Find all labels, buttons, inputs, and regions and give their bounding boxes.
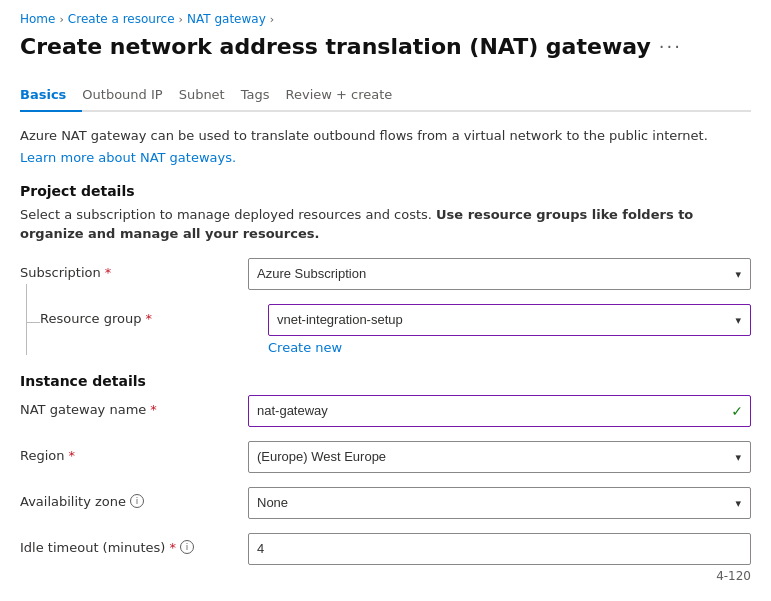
resource-group-input-col: vnet-integration-setup ▾ Create new <box>268 304 751 355</box>
region-row: Region * (Europe) West Europe ▾ <box>20 441 751 473</box>
region-label: Region * <box>20 441 240 463</box>
project-details-desc: Select a subscription to manage deployed… <box>20 205 751 244</box>
nat-gateway-name-row: NAT gateway name * ✓ <box>20 395 751 427</box>
subscription-label: Subscription * <box>20 258 240 280</box>
tab-basics[interactable]: Basics <box>20 79 82 112</box>
availability-zone-label: Availability zone i <box>20 487 240 509</box>
tab-review-create[interactable]: Review + create <box>286 79 409 112</box>
availability-zone-select[interactable]: None <box>248 487 751 519</box>
nat-gateway-name-input-col: ✓ <box>248 395 751 427</box>
idle-timeout-label: Idle timeout (minutes) * i <box>20 533 240 555</box>
breadcrumb-sep-1: › <box>59 13 63 26</box>
availability-zone-select-wrapper: None ▾ <box>248 487 751 519</box>
nat-gateway-name-label: NAT gateway name * <box>20 395 240 417</box>
region-select[interactable]: (Europe) West Europe <box>248 441 751 473</box>
idle-timeout-info-icon[interactable]: i <box>180 540 194 554</box>
description-text: Azure NAT gateway can be used to transla… <box>20 128 708 143</box>
breadcrumb-home[interactable]: Home <box>20 12 55 26</box>
resource-group-row: Resource group * vnet-integration-setup … <box>40 304 751 355</box>
idle-timeout-input[interactable] <box>248 533 751 565</box>
breadcrumb-sep-2: › <box>179 13 183 26</box>
title-menu-icon[interactable]: ··· <box>659 36 682 57</box>
idle-timeout-row: Idle timeout (minutes) * i 4-120 <box>20 533 751 583</box>
create-new-link[interactable]: Create new <box>268 340 751 355</box>
tabs-bar: Basics Outbound IP Subnet Tags Review + … <box>20 79 751 112</box>
region-input-col: (Europe) West Europe ▾ <box>248 441 751 473</box>
idle-timeout-input-col: 4-120 <box>248 533 751 583</box>
region-required: * <box>69 448 76 463</box>
availability-zone-row: Availability zone i None ▾ <box>20 487 751 519</box>
project-desc-part1: Select a subscription to manage deployed… <box>20 207 436 222</box>
subscription-input-col: Azure Subscription ▾ <box>248 258 751 290</box>
instance-details-title: Instance details <box>20 373 751 389</box>
subscription-required: * <box>105 265 112 280</box>
project-details-title: Project details <box>20 183 751 199</box>
nat-gateway-name-required: * <box>150 402 157 417</box>
nat-gateway-name-check-icon: ✓ <box>731 403 743 419</box>
subscription-select[interactable]: Azure Subscription <box>248 258 751 290</box>
tab-description: Azure NAT gateway can be used to transla… <box>20 126 751 146</box>
breadcrumb-create-resource[interactable]: Create a resource <box>68 12 175 26</box>
nat-gateway-name-input-wrapper: ✓ <box>248 395 751 427</box>
availability-zone-info-icon[interactable]: i <box>130 494 144 508</box>
resource-group-required: * <box>146 311 153 326</box>
tab-tags[interactable]: Tags <box>241 79 286 112</box>
resource-group-select-wrapper: vnet-integration-setup ▾ <box>268 304 751 336</box>
tab-subnet[interactable]: Subnet <box>179 79 241 112</box>
breadcrumb-sep-3: › <box>270 13 274 26</box>
resource-group-label: Resource group * <box>40 304 260 326</box>
idle-timeout-range-note: 4-120 <box>248 569 751 583</box>
region-select-wrapper: (Europe) West Europe ▾ <box>248 441 751 473</box>
availability-zone-input-col: None ▾ <box>248 487 751 519</box>
nat-gateway-name-input[interactable] <box>248 395 751 427</box>
idle-timeout-required: * <box>169 540 176 555</box>
subscription-row: Subscription * Azure Subscription ▾ <box>20 258 751 290</box>
tab-outbound-ip[interactable]: Outbound IP <box>82 79 178 112</box>
resource-group-select[interactable]: vnet-integration-setup <box>268 304 751 336</box>
breadcrumb-nat-gateway[interactable]: NAT gateway <box>187 12 266 26</box>
learn-more-link[interactable]: Learn more about NAT gateways. <box>20 150 236 165</box>
page-title-row: Create network address translation (NAT)… <box>20 34 751 59</box>
subscription-select-wrapper: Azure Subscription ▾ <box>248 258 751 290</box>
breadcrumb: Home › Create a resource › NAT gateway › <box>20 12 751 26</box>
page-title: Create network address translation (NAT)… <box>20 34 651 59</box>
